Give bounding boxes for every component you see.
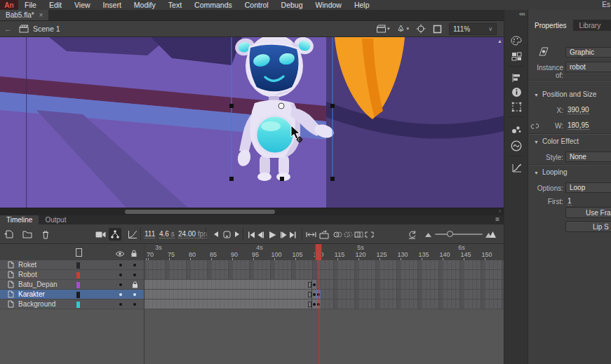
hscrollbar-thumb[interactable] [125,210,275,214]
frame-row-karakter[interactable] [145,290,504,299]
align-panel-icon[interactable] [511,72,522,83]
layer-lock-icon[interactable] [132,281,138,290]
layer-item-robot[interactable]: Robot [0,270,144,280]
selection-handle[interactable] [229,177,234,181]
scene-name[interactable]: Scene 1 [33,25,60,33]
lock-column-lock-icon[interactable] [130,248,137,260]
layer-visibility-dot[interactable] [119,293,122,296]
menu-view[interactable]: View [68,1,97,9]
tab-output[interactable]: Output [39,215,72,224]
clip-content-icon[interactable] [433,25,442,34]
layer-lock-dot[interactable] [133,293,136,296]
step-range-forward-icon[interactable] [231,228,243,241]
menu-edit[interactable]: Edit [43,1,68,9]
info-panel-icon[interactable] [511,86,522,97]
selection-handle[interactable] [330,177,335,181]
menu-help[interactable]: Help [348,1,376,9]
zoom-out-frames-icon[interactable] [422,228,434,241]
cc-libraries-panel-icon[interactable] [511,140,522,151]
frame-rate-value[interactable]: 24.00 fps [178,230,207,238]
menu-file[interactable]: File [18,1,43,9]
frame-ruler[interactable]: 3s4s5s6s 7075808590951001051101151201251… [145,244,504,261]
frame-span[interactable] [145,299,312,309]
layer-outline-color[interactable] [76,302,80,308]
modify-markers-icon[interactable] [363,228,375,241]
scroll-up-icon[interactable]: ▲ [497,39,502,43]
frame-span[interactable] [145,280,312,289]
layer-item-batu_depan[interactable]: Batu_Depan [0,280,144,290]
layer-lock-dot[interactable] [133,274,136,276]
frame-row-batu_depan[interactable] [145,280,504,290]
frame-row-roket[interactable] [145,260,504,270]
looping-header[interactable]: ▼Looping [534,168,568,176]
close-icon[interactable]: × [39,11,43,19]
lip-syncing-button[interactable]: Lip S [565,221,611,232]
export-movie-icon[interactable] [318,228,330,241]
delete-layer-icon[interactable] [39,228,52,241]
zoom-level-select[interactable]: 111% ∨ [449,23,497,35]
transform-point[interactable] [278,103,284,109]
tab-properties[interactable]: Properties [528,20,573,31]
symbol-type-select[interactable]: Graphic [565,47,611,58]
menu-commands[interactable]: Commands [188,1,239,9]
loop-options-select[interactable]: Loop [565,182,611,193]
scroll-right-icon[interactable]: › [499,208,501,215]
outline-color-column-icon[interactable] [76,248,82,257]
loop-range-icon[interactable] [304,228,317,241]
selection-handle[interactable] [330,104,335,108]
document-tab[interactable]: Bab5.fla* × [0,10,48,20]
first-value[interactable]: 1 [568,197,572,205]
collapse-icon[interactable]: «« [519,11,525,18]
menu-modify[interactable]: Modify [128,1,162,9]
frames-area[interactable]: 3s4s5s6s 7075808590951001051101151201251… [144,244,504,364]
center-stage-icon[interactable] [416,24,426,34]
layer-visibility-dot[interactable] [119,303,122,306]
layer-item-background[interactable]: Background [0,299,144,309]
layer-lock-dot[interactable] [133,303,136,306]
edit-symbols-icon[interactable]: ▾ [396,25,409,34]
frame-span[interactable] [145,290,312,299]
camera-icon[interactable] [94,228,107,241]
color-effect-header[interactable]: ▼Color Effect [534,137,579,145]
transform-panel-icon[interactable] [511,101,522,112]
layer-item-karakter[interactable]: Karakter [0,290,144,299]
back-arrow-icon[interactable]: ← [4,25,12,33]
reset-timeline-zoom-icon[interactable] [405,228,418,241]
frame-row-robot[interactable] [145,270,504,280]
edit-scene-icon[interactable]: ▾ [376,25,390,33]
layer-lock-dot[interactable] [133,264,136,267]
playhead[interactable] [315,244,322,260]
layer-visibility-dot[interactable] [119,274,122,276]
timeline-zoom-slider[interactable] [435,234,483,235]
stage-hscrollbar[interactable]: › [0,208,504,215]
brushes-panel-icon[interactable] [511,123,522,135]
selection-handle[interactable] [280,177,284,181]
tab-library[interactable]: Library [573,20,607,31]
screens-panel-icon[interactable] [511,50,522,62]
playback-controls[interactable] [248,229,297,242]
stage[interactable]: ▲ [0,37,504,208]
use-frame-picker-button[interactable]: Use Fra [565,207,611,218]
layer-outline-color[interactable] [76,292,80,298]
zoom-in-frames-icon[interactable] [485,228,497,241]
graph-editor-icon[interactable] [126,228,139,241]
layer-outline-color[interactable] [76,262,80,269]
elapsed-time-value[interactable]: 4.6 s [159,230,175,238]
layer-visibility-dot[interactable] [119,264,122,267]
selection-handle[interactable] [229,104,234,108]
position-size-header[interactable]: ▼Position and Size [534,90,596,98]
properties-panel-icon[interactable] [511,35,522,46]
frame-row-background[interactable] [145,299,504,309]
workspace-switcher[interactable]: Es [602,1,610,8]
menu-debug[interactable]: Debug [275,1,309,9]
timeline-zoom-knob[interactable] [447,231,453,237]
style-select[interactable]: None [565,151,611,162]
panel-menu-icon[interactable]: ≡ [495,215,499,223]
visibility-column-eye-icon[interactable] [115,248,125,260]
layer-outline-color[interactable] [76,282,80,288]
tab-timeline[interactable]: Timeline [0,215,39,224]
layer-visibility-dot[interactable] [119,283,122,286]
current-frame-value[interactable]: 111 [145,230,155,238]
menu-control[interactable]: Control [239,1,275,9]
menu-insert[interactable]: Insert [97,1,128,9]
